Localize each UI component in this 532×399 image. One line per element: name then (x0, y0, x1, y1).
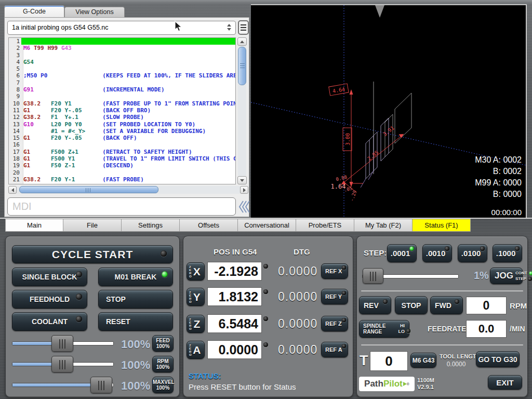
gcode-line: 10G38.2 F20 Y1 (FAST PROBE UP TO 1" FROM… (9, 100, 235, 107)
rpm-100-button[interactable]: RPM100% (152, 356, 174, 373)
gcode-line: 18G1 F500 Y1 (TRAVEL TO 1" FROM LIMIT SW… (9, 155, 235, 162)
tab-main[interactable]: Main (5, 219, 63, 232)
mdi-input[interactable]: MDI (7, 197, 236, 216)
ref-x-button[interactable]: REF X (321, 263, 348, 279)
feedhold-button[interactable]: FEEDHOLD (12, 290, 87, 309)
jog-cont-led (529, 271, 532, 275)
gcode-vertical-scrollbar[interactable] (237, 37, 247, 184)
tab-file[interactable]: File (63, 219, 122, 232)
spindle-stop-button[interactable]: STOP (395, 296, 428, 314)
dro-a-value[interactable]: 0.0000 (207, 340, 262, 359)
ref-z-button[interactable]: REF Z (321, 316, 348, 331)
tab-my-tab[interactable]: My Tab (F2) (354, 219, 413, 232)
rpm-override-knob[interactable] (51, 356, 73, 373)
ref-a-button[interactable]: REF A (321, 342, 348, 357)
step-0100-led (480, 246, 485, 251)
feed-100-button[interactable]: FEED100% (152, 335, 174, 352)
step-0100-button[interactable]: .0100 (458, 244, 487, 262)
rpm-override-slider[interactable] (12, 356, 114, 373)
m01-break-button[interactable]: M01 BREAK (98, 268, 173, 286)
gcode-line: 4G54 (9, 59, 235, 65)
scroll-down-icon[interactable] (237, 176, 247, 184)
hscroll-thumb[interactable] (19, 186, 158, 193)
feed-override-slider[interactable] (12, 335, 114, 352)
vscroll-track[interactable] (238, 46, 246, 176)
dro-x-value[interactable]: -2.1928 (207, 262, 262, 281)
ref-y-button[interactable]: REF Y (321, 289, 348, 304)
tab-probe-ets[interactable]: Probe/ETS (296, 219, 354, 232)
tool-length-value: 0.0000 (440, 361, 473, 368)
tool-number-field[interactable]: 0 (370, 351, 408, 371)
gcode-line: 8G91 (INCREMENTAL MODE) (9, 86, 235, 93)
cycle-start-led (161, 250, 167, 257)
divider (361, 290, 523, 291)
tab-settings[interactable]: Settings (122, 219, 180, 232)
dropdown-spinner-icon[interactable] (227, 24, 232, 32)
gcode-horizontal-scrollbar[interactable] (8, 186, 248, 194)
coolant-led (76, 316, 82, 322)
scroll-left-icon[interactable] (8, 186, 17, 194)
zero-x-button[interactable]: ZEROX (187, 262, 205, 281)
status-text: Press RESET button for Status (189, 382, 296, 391)
dro-a-led (263, 342, 268, 347)
go-to-g30-button[interactable]: GO TO G30 (476, 351, 520, 367)
gcode-line: 13G10 L20 P0 Y0 (SET PROBED LOCATION TO … (9, 121, 235, 128)
gcode-line: 5 (9, 65, 235, 72)
zero-a-button[interactable]: ZEROA (187, 341, 205, 359)
tab-conversational[interactable]: Conversational (238, 219, 296, 232)
step-1000-button[interactable]: .1000 (493, 244, 522, 262)
dtg-z-value: 0.0000 (278, 317, 317, 331)
dro-z-value[interactable]: 6.5484 (207, 314, 262, 333)
gcode-line: 7 (9, 79, 235, 86)
cycle-start-button[interactable]: CYCLE START (12, 245, 173, 263)
feed-override-knob[interactable] (51, 335, 73, 352)
hscroll-track[interactable] (17, 186, 240, 194)
tool-length-label: TOOL LENGTH (440, 353, 480, 360)
ref-y-led (342, 291, 346, 295)
scroll-up-icon[interactable] (237, 37, 247, 46)
step-label: STEP: (364, 248, 387, 257)
step-0010-button[interactable]: .0010 (422, 244, 452, 262)
main-tab-bar: Main File Settings Offsets Conversationa… (5, 219, 471, 232)
tab-offsets[interactable]: Offsets (180, 219, 238, 232)
dro-x-led (263, 264, 268, 269)
spindle-range-button[interactable]: SPINDLERANGE HILO (359, 320, 409, 338)
scroll-right-icon[interactable] (240, 186, 248, 194)
toolpath-backplot[interactable]: 4.64 3.00 2.85 3.91 0.88 1.64 .05 -.29 M… (251, 4, 527, 218)
jog-cont-step-button[interactable]: JOG CONT STEP (490, 268, 523, 284)
collapse-chevrons-icon[interactable] (238, 200, 250, 214)
loaded-file-dropdown[interactable]: 1a initial probing ops G54 G55.nc (7, 21, 236, 35)
zero-y-button[interactable]: ZEROY (187, 288, 205, 306)
tab-status[interactable]: Status (F1) (413, 219, 471, 232)
coolant-button[interactable]: COOLANT (12, 312, 87, 331)
gcode-line: 9 (9, 93, 235, 100)
jog-speed-slider[interactable] (362, 268, 459, 285)
exit-button[interactable]: EXIT (488, 375, 522, 390)
tab-view-options[interactable]: View Options (64, 7, 125, 18)
zero-z-button[interactable]: ZEROZ (187, 315, 205, 333)
maxvel-100-button[interactable]: MAXVEL100% (152, 377, 174, 393)
ref-a-led (342, 344, 346, 348)
stop-button[interactable]: STOP (98, 290, 173, 309)
single-block-button[interactable]: SINGLE BLOCK (12, 268, 87, 286)
jog-speed-knob[interactable] (363, 268, 383, 284)
gcode-line: 1 (9, 38, 235, 45)
maxvel-override-knob[interactable] (90, 377, 112, 393)
m6-g43-button[interactable]: M6 G43 (410, 353, 436, 368)
feedrate-field[interactable]: 0.0 (466, 320, 507, 338)
gcode-line: 6;M50 P0 (KEEPS FEED AT 100%, IF THE SLI… (9, 72, 235, 79)
tab-gcode[interactable]: G-Code (4, 5, 64, 18)
spindle-rev-button[interactable]: REV (359, 296, 391, 314)
gcode-line: 3 (9, 52, 235, 59)
maxvel-override-slider[interactable] (12, 377, 114, 393)
rpm-field[interactable]: 0 (466, 297, 507, 314)
hamburger-menu-icon[interactable] (238, 20, 249, 35)
step-0001-button[interactable]: .0001 (387, 244, 417, 262)
mcode-counters: M30 A: 0002 B: 0002 M99 A: 0000 B: 0000 (475, 154, 522, 200)
gcode-listing[interactable]: 12M6 T99 H99 G4334G5456;M50 P0 (KEEPS FE… (8, 37, 236, 184)
single-block-led (76, 271, 82, 277)
reset-button[interactable]: RESET (98, 312, 173, 331)
dro-y-value[interactable]: 1.8132 (207, 287, 262, 306)
vscroll-thumb[interactable] (238, 47, 246, 85)
spindle-fwd-button[interactable]: FWD (430, 296, 463, 314)
